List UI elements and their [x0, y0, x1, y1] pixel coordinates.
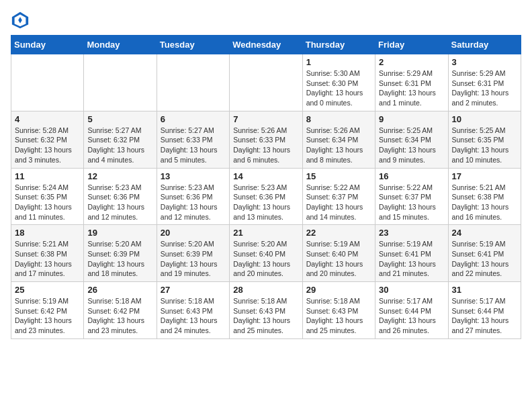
- day-of-week-header: Monday: [84, 36, 157, 54]
- day-number: 29: [306, 285, 371, 295]
- day-info: Sunrise: 5:23 AM Sunset: 6:36 PM Dayligh…: [161, 183, 226, 222]
- day-number: 10: [452, 114, 517, 124]
- day-of-week-header: Friday: [375, 36, 448, 54]
- day-of-week-header: Wednesday: [230, 36, 302, 54]
- day-number: 26: [87, 285, 152, 295]
- calendar-table: SundayMondayTuesdayWednesdayThursdayFrid…: [11, 35, 521, 339]
- day-number: 27: [161, 285, 226, 295]
- calendar-cell: 21Sunrise: 5:20 AM Sunset: 6:40 PM Dayli…: [230, 225, 302, 282]
- calendar-header-row: SundayMondayTuesdayWednesdayThursdayFrid…: [11, 36, 521, 54]
- day-info: Sunrise: 5:22 AM Sunset: 6:37 PM Dayligh…: [306, 183, 371, 222]
- day-info: Sunrise: 5:30 AM Sunset: 6:30 PM Dayligh…: [306, 68, 371, 108]
- day-number: 22: [306, 228, 371, 238]
- day-number: 4: [15, 114, 80, 124]
- day-info: Sunrise: 5:17 AM Sunset: 6:44 PM Dayligh…: [379, 296, 444, 336]
- day-number: 12: [87, 171, 152, 181]
- calendar-week-row: 1Sunrise: 5:30 AM Sunset: 6:30 PM Daylig…: [11, 54, 521, 111]
- day-info: Sunrise: 5:22 AM Sunset: 6:37 PM Dayligh…: [379, 183, 444, 222]
- day-info: Sunrise: 5:17 AM Sunset: 6:44 PM Dayligh…: [452, 296, 517, 336]
- calendar-cell: 27Sunrise: 5:18 AM Sunset: 6:43 PM Dayli…: [157, 282, 229, 339]
- day-info: Sunrise: 5:24 AM Sunset: 6:35 PM Dayligh…: [15, 183, 80, 222]
- calendar-cell: 13Sunrise: 5:23 AM Sunset: 6:36 PM Dayli…: [157, 168, 229, 225]
- day-info: Sunrise: 5:23 AM Sunset: 6:36 PM Dayligh…: [233, 183, 298, 222]
- day-info: Sunrise: 5:18 AM Sunset: 6:43 PM Dayligh…: [306, 296, 371, 336]
- calendar-cell: 9Sunrise: 5:25 AM Sunset: 6:34 PM Daylig…: [375, 111, 448, 168]
- day-number: 17: [452, 171, 517, 181]
- day-number: 8: [306, 114, 371, 124]
- calendar-cell: 17Sunrise: 5:21 AM Sunset: 6:38 PM Dayli…: [448, 168, 521, 225]
- day-info: Sunrise: 5:21 AM Sunset: 6:38 PM Dayligh…: [15, 239, 80, 279]
- day-info: Sunrise: 5:26 AM Sunset: 6:33 PM Dayligh…: [233, 126, 298, 165]
- calendar-cell: 7Sunrise: 5:26 AM Sunset: 6:33 PM Daylig…: [230, 111, 302, 168]
- calendar-cell: 20Sunrise: 5:20 AM Sunset: 6:39 PM Dayli…: [157, 225, 229, 282]
- calendar-cell: [11, 54, 84, 111]
- day-info: Sunrise: 5:28 AM Sunset: 6:32 PM Dayligh…: [15, 126, 80, 165]
- day-number: 9: [379, 114, 444, 124]
- day-number: 25: [15, 285, 80, 295]
- day-number: 18: [15, 228, 80, 238]
- calendar-cell: 10Sunrise: 5:25 AM Sunset: 6:35 PM Dayli…: [448, 111, 521, 168]
- day-info: Sunrise: 5:25 AM Sunset: 6:34 PM Dayligh…: [379, 126, 444, 165]
- day-number: 5: [87, 114, 152, 124]
- calendar-cell: 6Sunrise: 5:27 AM Sunset: 6:33 PM Daylig…: [157, 111, 229, 168]
- calendar-week-row: 18Sunrise: 5:21 AM Sunset: 6:38 PM Dayli…: [11, 225, 521, 282]
- day-number: 28: [233, 285, 298, 295]
- calendar-cell: 22Sunrise: 5:19 AM Sunset: 6:40 PM Dayli…: [302, 225, 375, 282]
- day-info: Sunrise: 5:23 AM Sunset: 6:36 PM Dayligh…: [87, 183, 152, 222]
- calendar-cell: 2Sunrise: 5:29 AM Sunset: 6:31 PM Daylig…: [375, 54, 448, 111]
- calendar-cell: 4Sunrise: 5:28 AM Sunset: 6:32 PM Daylig…: [11, 111, 84, 168]
- calendar-cell: 14Sunrise: 5:23 AM Sunset: 6:36 PM Dayli…: [230, 168, 302, 225]
- calendar-cell: 5Sunrise: 5:27 AM Sunset: 6:32 PM Daylig…: [84, 111, 157, 168]
- calendar-cell: 18Sunrise: 5:21 AM Sunset: 6:38 PM Dayli…: [11, 225, 84, 282]
- calendar-week-row: 25Sunrise: 5:19 AM Sunset: 6:42 PM Dayli…: [11, 282, 521, 339]
- calendar-cell: 26Sunrise: 5:18 AM Sunset: 6:42 PM Dayli…: [84, 282, 157, 339]
- day-number: 24: [452, 228, 517, 238]
- calendar-cell: 16Sunrise: 5:22 AM Sunset: 6:37 PM Dayli…: [375, 168, 448, 225]
- day-info: Sunrise: 5:19 AM Sunset: 6:41 PM Dayligh…: [452, 239, 517, 279]
- day-info: Sunrise: 5:21 AM Sunset: 6:38 PM Dayligh…: [452, 183, 517, 222]
- day-of-week-header: Sunday: [11, 36, 84, 54]
- day-of-week-header: Tuesday: [157, 36, 229, 54]
- calendar-cell: 28Sunrise: 5:18 AM Sunset: 6:43 PM Dayli…: [230, 282, 302, 339]
- day-info: Sunrise: 5:20 AM Sunset: 6:39 PM Dayligh…: [161, 239, 226, 279]
- calendar-cell: 3Sunrise: 5:29 AM Sunset: 6:31 PM Daylig…: [448, 54, 521, 111]
- day-number: 15: [306, 171, 371, 181]
- day-info: Sunrise: 5:26 AM Sunset: 6:34 PM Dayligh…: [306, 126, 371, 165]
- day-number: 13: [161, 171, 226, 181]
- day-of-week-header: Thursday: [302, 36, 375, 54]
- day-number: 21: [233, 228, 298, 238]
- logo: [11, 11, 32, 30]
- day-info: Sunrise: 5:18 AM Sunset: 6:43 PM Dayligh…: [233, 296, 298, 336]
- day-info: Sunrise: 5:20 AM Sunset: 6:39 PM Dayligh…: [87, 239, 152, 279]
- calendar-cell: 19Sunrise: 5:20 AM Sunset: 6:39 PM Dayli…: [84, 225, 157, 282]
- day-number: 23: [379, 228, 444, 238]
- calendar-cell: 25Sunrise: 5:19 AM Sunset: 6:42 PM Dayli…: [11, 282, 84, 339]
- calendar-week-row: 4Sunrise: 5:28 AM Sunset: 6:32 PM Daylig…: [11, 111, 521, 168]
- calendar-cell: 8Sunrise: 5:26 AM Sunset: 6:34 PM Daylig…: [302, 111, 375, 168]
- day-number: 1: [306, 57, 371, 67]
- day-info: Sunrise: 5:19 AM Sunset: 6:41 PM Dayligh…: [379, 239, 444, 279]
- day-info: Sunrise: 5:19 AM Sunset: 6:40 PM Dayligh…: [306, 239, 371, 279]
- calendar-cell: [84, 54, 157, 111]
- day-number: 6: [161, 114, 226, 124]
- day-info: Sunrise: 5:27 AM Sunset: 6:33 PM Dayligh…: [161, 126, 226, 165]
- calendar-cell: [230, 54, 302, 111]
- calendar-cell: 11Sunrise: 5:24 AM Sunset: 6:35 PM Dayli…: [11, 168, 84, 225]
- day-of-week-header: Saturday: [448, 36, 521, 54]
- calendar-cell: 29Sunrise: 5:18 AM Sunset: 6:43 PM Dayli…: [302, 282, 375, 339]
- day-info: Sunrise: 5:29 AM Sunset: 6:31 PM Dayligh…: [379, 68, 444, 108]
- day-number: 14: [233, 171, 298, 181]
- logo-icon: [11, 11, 30, 30]
- calendar-cell: 15Sunrise: 5:22 AM Sunset: 6:37 PM Dayli…: [302, 168, 375, 225]
- page-header: [11, 11, 521, 30]
- day-info: Sunrise: 5:18 AM Sunset: 6:42 PM Dayligh…: [87, 296, 152, 336]
- day-number: 31: [452, 285, 517, 295]
- calendar-cell: 24Sunrise: 5:19 AM Sunset: 6:41 PM Dayli…: [448, 225, 521, 282]
- day-info: Sunrise: 5:29 AM Sunset: 6:31 PM Dayligh…: [452, 68, 517, 108]
- day-info: Sunrise: 5:27 AM Sunset: 6:32 PM Dayligh…: [87, 126, 152, 165]
- day-number: 20: [161, 228, 226, 238]
- day-number: 30: [379, 285, 444, 295]
- day-info: Sunrise: 5:20 AM Sunset: 6:40 PM Dayligh…: [233, 239, 298, 279]
- calendar-cell: 12Sunrise: 5:23 AM Sunset: 6:36 PM Dayli…: [84, 168, 157, 225]
- day-number: 19: [87, 228, 152, 238]
